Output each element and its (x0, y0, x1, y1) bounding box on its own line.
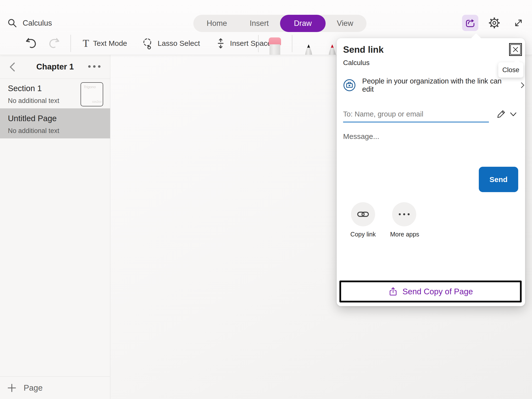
notebook-name: Calculus (23, 19, 52, 28)
page-subtitle: No additional text (8, 127, 59, 135)
send-copy-of-page-label: Send Copy of Page (402, 287, 473, 296)
link-permissions-label: People in your organization with the lin… (362, 77, 514, 93)
send-link-dialog: Send link Calculus Close People in your … (337, 38, 525, 306)
red-pen-tool[interactable] (327, 41, 338, 55)
close-tooltip: Close (498, 62, 523, 78)
top-right-actions (462, 15, 527, 31)
page-subtitle: No additional text (8, 97, 59, 105)
fullscreen-button[interactable] (510, 15, 527, 31)
more-apps-label: More apps (390, 231, 418, 238)
ribbon-tabs: Home Insert Draw View (193, 15, 366, 32)
toolbar-divider (70, 35, 71, 52)
close-button[interactable] (509, 43, 522, 56)
link-permissions-button[interactable]: People in your organization with the lin… (343, 77, 525, 93)
organization-briefcase-icon (343, 79, 356, 92)
chevron-right-icon (520, 82, 525, 89)
add-page-button[interactable]: Page (0, 376, 110, 399)
settings-button[interactable] (486, 15, 502, 31)
edit-pencil-icon[interactable] (496, 109, 506, 119)
ellipsis-icon (398, 213, 410, 216)
link-icon (357, 208, 369, 221)
expand-icon (513, 17, 524, 29)
redo-icon (48, 37, 61, 50)
more-apps-button[interactable]: More apps (390, 202, 418, 238)
text-mode-button[interactable]: T Text Mode (83, 38, 127, 49)
tab-insert[interactable]: Insert (238, 15, 280, 32)
dialog-title: Send link (343, 45, 383, 55)
share-up-icon (388, 286, 398, 297)
black-pen-tool[interactable] (303, 41, 314, 55)
send-copy-of-page-button[interactable]: Send Copy of Page (339, 281, 522, 302)
onenote-app: Calculus Home Insert Draw View (0, 0, 532, 399)
close-icon (512, 46, 519, 53)
text-mode-icon: T (83, 38, 89, 49)
thumbnail-handwriting: Trigono (83, 85, 96, 89)
page-title: Section 1 (8, 84, 42, 93)
search-icon (7, 18, 17, 28)
page-title: Untitled Page (8, 114, 57, 123)
copy-link-label: Copy link (349, 231, 377, 238)
message-input[interactable] (343, 130, 481, 143)
insert-space-button[interactable]: Insert Space (215, 37, 271, 50)
chevron-down-icon[interactable] (510, 112, 517, 117)
toolbar-divider (292, 35, 292, 52)
gear-icon (488, 17, 500, 29)
share-button[interactable] (462, 15, 478, 31)
notebook-search[interactable]: Calculus (7, 18, 52, 28)
thumbnail-handwriting: cos2co (92, 100, 101, 103)
lasso-select-button[interactable]: Lasso Select (141, 37, 200, 50)
insert-space-label: Insert Space (230, 39, 271, 48)
send-button[interactable]: Send (479, 167, 518, 192)
add-page-label: Page (24, 383, 43, 393)
close-tooltip-label: Close (502, 66, 519, 74)
page-thumbnail: Trigono cos2co (81, 82, 103, 106)
lasso-select-label: Lasso Select (158, 39, 200, 48)
page-row-untitled-page[interactable]: Untitled Page No additional text (0, 108, 110, 138)
tab-draw[interactable]: Draw (280, 15, 325, 32)
tab-home[interactable]: Home (195, 15, 238, 32)
copy-link-button[interactable]: Copy link (349, 202, 377, 238)
plus-icon (7, 383, 16, 392)
section-more-button[interactable] (87, 65, 101, 68)
share-icon (465, 17, 476, 29)
dialog-notebook-name: Calculus (343, 59, 369, 67)
insert-space-icon (215, 37, 226, 50)
undo-icon (25, 37, 37, 50)
page-list-sidebar: Chapter 1 Section 1 No additional text T… (0, 55, 110, 399)
sidebar-header: Chapter 1 (0, 55, 110, 79)
tab-view[interactable]: View (326, 15, 365, 32)
redo-button[interactable] (48, 37, 61, 50)
toolbar-divider (258, 35, 259, 52)
eraser-tool[interactable] (268, 37, 281, 55)
text-mode-label: Text Mode (93, 39, 127, 48)
page-row-section-1[interactable]: Section 1 No additional text Trigono cos… (0, 79, 110, 108)
undo-button[interactable] (25, 37, 37, 50)
recipient-input[interactable] (343, 107, 489, 122)
lasso-icon (141, 37, 154, 50)
